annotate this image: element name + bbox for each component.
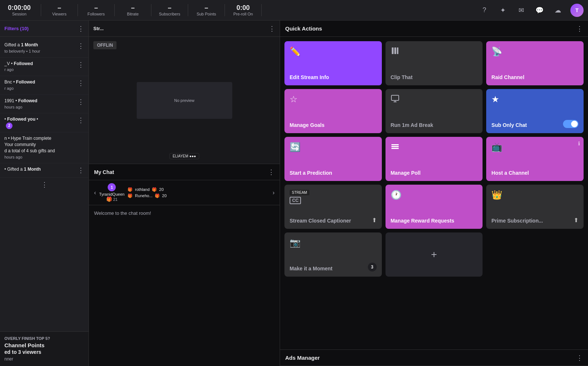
- raid-channel-card[interactable]: 📡 Raid Channel: [486, 41, 584, 85]
- leaderboard-others: 🎁 rothland 🎁 20 🎁 Runeho... 🎁 20: [128, 187, 269, 198]
- manage-rewards-label: Manage Reward Requests: [391, 218, 478, 224]
- run-ad-break-card[interactable]: Run 1m Ad Break: [386, 89, 483, 133]
- followers-value: –: [94, 4, 98, 12]
- stream-panel-header: Str... ⋮: [89, 21, 280, 37]
- activity-item-menu[interactable]: ⋮: [78, 98, 84, 106]
- manage-poll-card[interactable]: Manage Poll: [386, 137, 483, 181]
- chat-menu-button[interactable]: ⋮: [268, 168, 275, 176]
- bottom-title: OVERLY FINISH TOP 5?: [4, 336, 84, 341]
- leaderboard-next[interactable]: ›: [273, 189, 275, 196]
- activity-text: Gifted a 1 Month to beloverly • 1 hour: [4, 42, 78, 54]
- cloud-button[interactable]: ☁: [552, 4, 564, 16]
- help-button[interactable]: ?: [478, 4, 490, 16]
- winner-label: nner: [4, 356, 84, 362]
- more-button[interactable]: ⋮: [41, 181, 48, 188]
- plus-icon: +: [431, 249, 437, 260]
- prime-subscription-label: Prime Subscription...: [491, 218, 578, 224]
- stream-captioner-card[interactable]: STREAM CC Stream Closed Captioner ⬆: [284, 185, 382, 229]
- activity-item-menu[interactable]: ⋮: [78, 166, 84, 174]
- activity-text: _V • Followed r ago: [4, 61, 78, 73]
- clip-that-card[interactable]: Clip That: [386, 41, 483, 85]
- magic-button[interactable]: ✦: [497, 4, 509, 16]
- channel-name-badge: ELIAYEM ●●●: [169, 153, 200, 159]
- other-name2: Runeho...: [135, 193, 153, 198]
- share-icon2: ⬆: [574, 217, 578, 224]
- viewers-label: Viewers: [52, 12, 67, 16]
- add-action-card[interactable]: +: [386, 232, 483, 277]
- avatar[interactable]: T: [570, 4, 584, 17]
- subscribers-value: –: [168, 4, 171, 12]
- info-icon: ℹ: [578, 141, 580, 146]
- ads-manager-title: Ads Manager: [285, 355, 320, 361]
- raid-channel-label: Raid Channel: [491, 74, 578, 80]
- chat-title: My Chat: [94, 169, 114, 175]
- svg-rect-1: [394, 47, 396, 54]
- activity-item-menu[interactable]: ⋮: [78, 42, 84, 50]
- stream-panel: Str... ⋮ OFFLIN No preview ELIAYEM ●●●: [89, 21, 280, 164]
- bitrate-label: Bitrate: [127, 12, 139, 16]
- welcome-message: Welcome to the chat room!: [94, 210, 151, 216]
- activity-text: 1991 • Followed hours ago: [4, 98, 78, 110]
- activity-item-menu[interactable]: ⋮: [78, 61, 84, 69]
- filters-button[interactable]: Filters (10): [4, 26, 29, 31]
- host-channel-card[interactable]: 📺 Host a Channel ℹ: [486, 137, 584, 181]
- activity-text: • Gifted a 1 Month: [4, 166, 78, 173]
- activity-text: • Followed you • 2: [4, 116, 78, 129]
- top-bar-right: ? ✦ ✉ 💬 ☁ T: [478, 4, 584, 17]
- session-stat: 0:00:00 Session: [4, 4, 41, 16]
- svg-rect-2: [397, 47, 398, 54]
- other-name: rothland: [135, 187, 150, 192]
- clock-icon: 🕐: [391, 190, 478, 200]
- moment-badge: 3: [368, 263, 377, 271]
- chat-leaderboard: ‹ 1 TyranidQueen 🎁 21 🎁 rothland �: [89, 180, 280, 205]
- start-prediction-label: Start a Prediction: [290, 170, 377, 176]
- gift-icon: 🎁: [106, 196, 112, 202]
- activity-item-menu[interactable]: ⋮: [78, 79, 84, 87]
- host-channel-label: Host a Channel: [491, 170, 578, 176]
- offline-badge: OFFLIN: [93, 41, 116, 49]
- quick-actions-section: Quick Actions ⋮ ✏️ Edit Stream Info Clip…: [280, 21, 588, 349]
- edit-stream-info-card[interactable]: ✏️ Edit Stream Info: [284, 41, 382, 85]
- list-item: 🎁 Runeho... 🎁 20: [128, 193, 269, 198]
- chat-button[interactable]: 💬: [534, 4, 545, 16]
- leaderboard-prev[interactable]: ‹: [94, 189, 96, 196]
- clip-that-label: Clip That: [391, 74, 478, 80]
- inbox-button[interactable]: ✉: [515, 4, 527, 16]
- subpoints-label: Sub Points: [197, 12, 216, 16]
- stream-panel-menu[interactable]: ⋮: [269, 25, 275, 33]
- stream-preview: OFFLIN No preview ELIAYEM ●●●: [89, 37, 280, 164]
- session-value: 0:00:00: [8, 4, 31, 12]
- activity-text: Bnc • Followed r ago: [4, 79, 78, 92]
- reward-text: ed to 3 viewers: [4, 349, 84, 355]
- star-filled-icon: ★: [491, 94, 578, 104]
- make-moment-card[interactable]: 📷 Make it a Moment 3: [284, 232, 382, 277]
- preroll-value: 0:00: [236, 4, 250, 12]
- quick-actions-title: Quick Actions: [285, 25, 322, 32]
- ads-manager-header: Ads Manager ⋮: [280, 350, 588, 366]
- list-item: _V • Followed r ago ⋮: [0, 58, 89, 77]
- monitor-icon: [391, 94, 478, 105]
- left-panel: Filters (10) ⋮ Gifted a 1 Month to belov…: [0, 21, 89, 366]
- toggle-thumb: [571, 121, 578, 127]
- ads-manager-menu[interactable]: ⋮: [576, 354, 583, 362]
- bitrate-value: –: [131, 4, 135, 12]
- activity-panel-header: Filters (10) ⋮: [0, 21, 89, 37]
- manage-rewards-card[interactable]: 🕐 Manage Reward Requests: [386, 185, 483, 229]
- tv-icon: 📺: [491, 142, 578, 152]
- chat-panel: My Chat ⋮ ‹ 1 TyranidQueen 🎁 21: [89, 164, 280, 366]
- cc-badge: CC: [290, 197, 301, 204]
- activity-item-menu[interactable]: ⋮: [78, 116, 84, 124]
- viewers-stat: – Viewers: [41, 4, 78, 16]
- right-panel: Quick Actions ⋮ ✏️ Edit Stream Info Clip…: [280, 21, 588, 366]
- sub-only-toggle[interactable]: [563, 120, 578, 128]
- followers-label: Followers: [87, 12, 105, 16]
- manage-goals-card[interactable]: ☆ Manage Goals: [284, 89, 382, 133]
- activity-list: Gifted a 1 Month to beloverly • 1 hour ⋮…: [0, 37, 89, 331]
- crown-icon: 👑: [491, 190, 578, 200]
- activity-menu-button[interactable]: ⋮: [78, 25, 84, 33]
- start-prediction-card[interactable]: 🔄 Start a Prediction: [284, 137, 382, 181]
- refresh-icon: 🔄: [290, 142, 377, 152]
- prime-subscription-card[interactable]: 👑 Prime Subscription... ⬆: [486, 185, 584, 229]
- quick-actions-menu[interactable]: ⋮: [576, 25, 583, 33]
- sub-only-chat-card[interactable]: ★ Sub Only Chat: [486, 89, 584, 133]
